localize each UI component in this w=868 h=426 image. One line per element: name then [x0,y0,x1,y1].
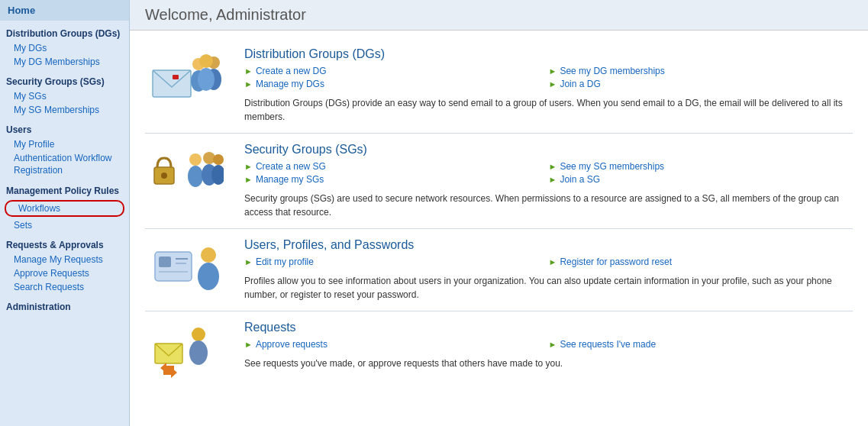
sidebar-item-my-profile[interactable]: My Profile [0,137,129,151]
svg-point-7 [198,68,215,91]
section-requests: Requests ►Approve requests ►See requests… [145,311,853,387]
svg-point-14 [213,154,224,165]
arrow-icon: ► [549,66,557,76]
sidebar-item-manage-requests[interactable]: Manage My Requests [0,253,129,266]
sidebar-item-search-requests[interactable]: Search Requests [0,280,129,294]
link-see-sg-memberships[interactable]: ►See my SG memberships [549,161,853,172]
main-body: Distribution Groups (DGs) ►Create a new … [130,31,868,395]
svg-point-6 [199,54,213,68]
link-approve-requests[interactable]: ►Approve requests [244,339,549,350]
section-requests-links-left: ►Approve requests [244,339,549,352]
sidebar-section-users: Users [0,120,129,137]
sg-icon [145,143,229,200]
section-sg-title: Security Groups (SGs) [244,143,853,157]
arrow-icon: ► [244,175,253,184]
svg-rect-17 [159,257,171,267]
section-users: Users, Profiles, and Passwords ►Edit my … [145,229,853,311]
section-dg-links: ►Create a new DG ►Manage my DGs ►See my … [244,66,853,92]
arrow-icon: ► [244,162,253,171]
svg-point-24 [189,340,208,365]
arrow-icon: ► [549,340,557,349]
arrow-icon: ► [549,79,557,89]
section-dg-title: Distribution Groups (DGs) [244,47,853,61]
svg-point-9 [161,173,167,179]
link-manage-sg[interactable]: ►Manage my SGs [244,174,549,185]
svg-point-21 [201,247,216,263]
link-manage-dg[interactable]: ►Manage my DGs [244,79,549,89]
section-dg-links-left: ►Create a new DG ►Manage my DGs [244,66,549,92]
link-edit-profile[interactable]: ►Edit my profile [244,257,549,267]
section-requests-desc: See requests you've made, or approve req… [244,357,853,370]
section-users-links-right: ►Register for password reset [549,257,853,269]
link-see-dg-memberships[interactable]: ►See my DG memberships [549,66,853,76]
section-dg-desc: Distribution Groups (DGs) provide an eas… [244,96,853,124]
section-dg-content: Distribution Groups (DGs) ►Create a new … [244,47,853,124]
arrow-icon: ► [549,175,557,184]
section-requests-content: Requests ►Approve requests ►See requests… [244,321,853,370]
sidebar-item-my-dgs[interactable]: My DGs [0,41,129,55]
sidebar-section-mpr: Management Policy Rules [0,181,129,198]
sidebar-item-my-dg-memberships[interactable]: My DG Memberships [0,55,129,69]
section-dg-links-right: ►See my DG memberships ►Join a DG [549,66,853,92]
link-see-requests[interactable]: ►See requests I've made [549,339,853,350]
section-users-content: Users, Profiles, and Passwords ►Edit my … [244,238,853,302]
section-users-links-left: ►Edit my profile [244,257,549,269]
link-join-dg[interactable]: ►Join a DG [549,79,853,89]
svg-rect-0 [153,70,191,97]
link-register-password[interactable]: ►Register for password reset [549,257,853,267]
requests-icon [145,321,229,378]
section-sg: Security Groups (SGs) ►Create a new SG ►… [145,134,853,229]
main-content: Welcome, Administrator [130,0,868,426]
users-icon [145,238,229,293]
arrow-icon: ► [549,257,557,266]
sidebar-section-dg: Distribution Groups (DGs) [0,24,129,41]
section-requests-links-right: ►See requests I've made [549,339,853,352]
section-users-links: ►Edit my profile ►Register for password … [244,257,853,269]
section-sg-links-right: ►See my SG memberships ►Join a SG [549,161,853,187]
link-create-dg[interactable]: ►Create a new DG [244,66,549,76]
svg-point-22 [198,263,219,290]
section-sg-links: ►Create a new SG ►Manage my SGs ►See my … [244,161,853,187]
arrow-icon: ► [244,66,253,76]
section-requests-links: ►Approve requests ►See requests I've mad… [244,339,853,352]
dg-icon [145,47,229,102]
section-requests-title: Requests [244,321,853,334]
sidebar: Home Distribution Groups (DGs) My DGs My… [0,0,130,426]
sidebar-item-workflows[interactable]: Workflows [5,200,124,217]
svg-point-11 [188,166,203,187]
svg-rect-1 [173,75,179,79]
svg-point-23 [192,328,205,341]
sidebar-item-approve-requests[interactable]: Approve Requests [0,266,129,280]
section-sg-desc: Security groups (SGs) are used to secure… [244,192,853,219]
sidebar-section-admin: Administration [0,297,129,315]
sidebar-item-my-sgs[interactable]: My SGs [0,89,129,103]
sidebar-item-auth-workflow[interactable]: Authentication Workflow Registration [0,151,129,178]
link-join-sg[interactable]: ►Join a SG [549,174,853,185]
arrow-icon: ► [549,162,557,171]
section-dg: Distribution Groups (DGs) ►Create a new … [145,38,853,134]
sidebar-item-sets[interactable]: Sets [0,218,129,232]
sidebar-section-sg: Security Groups (SGs) [0,72,129,89]
sidebar-item-my-sg-memberships[interactable]: My SG Memberships [0,103,129,117]
arrow-icon: ► [244,340,253,349]
arrow-icon: ► [244,257,253,266]
section-sg-content: Security Groups (SGs) ►Create a new SG ►… [244,143,853,219]
sidebar-section-requests: Requests & Approvals [0,235,129,253]
section-users-title: Users, Profiles, and Passwords [244,238,853,252]
page-title: Welcome, Administrator [130,0,868,31]
section-users-desc: Profiles allow you to see information ab… [244,274,853,302]
svg-point-10 [189,153,202,166]
section-sg-links-left: ►Create a new SG ►Manage my SGs [244,161,549,187]
arrow-icon: ► [244,79,253,89]
link-create-sg[interactable]: ►Create a new SG [244,161,549,172]
sidebar-home[interactable]: Home [0,0,129,21]
